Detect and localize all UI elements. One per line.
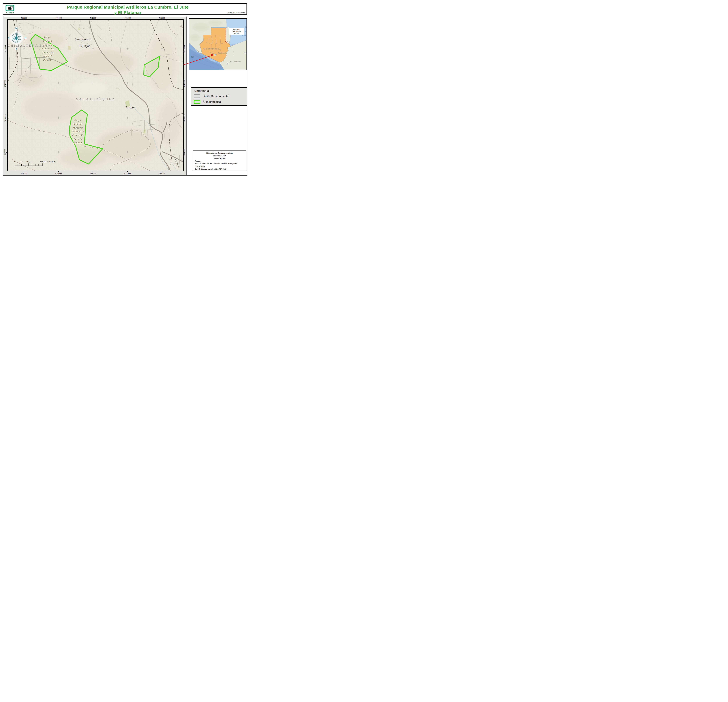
axis-x-472000-b: 472000 — [123, 172, 133, 174]
scale-02: 0.2 — [20, 160, 23, 163]
axis-y-1616000-r: 1616000 — [183, 44, 185, 54]
label-sacatepequez: SACATEPÉQUEZ — [76, 97, 115, 101]
label-san-lorenzo-1: San Lorenzo — [75, 37, 91, 41]
crs-line3: Datum WGS84 — [195, 157, 244, 160]
svg-text:Municipal: Municipal — [73, 126, 83, 129]
document-code: DAGeos-252-2026-BS — [227, 12, 245, 13]
legend: Simbología Límite Departamental Área pro… — [191, 87, 247, 106]
svg-text:Municipal: Municipal — [42, 43, 52, 46]
axis-y-1613000: 1613000 — [4, 148, 6, 158]
inset-gulf-label-2: d — [246, 30, 246, 32]
scale-0: 0 — [14, 160, 16, 163]
territorial-note: Diferendo territorial no resuelto — [229, 28, 244, 35]
inset-san-salvador-label: San Salvador — [230, 61, 241, 63]
axis-y-1616000: 1616000 — [4, 44, 6, 54]
compass-s: S — [16, 47, 17, 50]
crs-line2: Proyección GTM — [195, 154, 244, 157]
crs-line1: Sistema de coordenadas proyectadas — [195, 152, 244, 154]
note-line3: resuelto — [234, 32, 239, 34]
axis-y-1614000: 1614000 — [4, 113, 6, 123]
map-title: Parque Regional Municipal Astilleros La … — [27, 4, 229, 15]
conap-logo-text: CONAP — [5, 12, 15, 14]
source-line2: CONAP 2026 — [195, 165, 244, 167]
scale-unit: Kilómetros — [45, 160, 56, 163]
inset-city-marker — [214, 54, 216, 56]
conap-logo-frame — [6, 5, 14, 11]
inset-country-label: Guatemala — [204, 48, 219, 50]
inset-locator-map: Guatemala Guatemala San Salvador Ho Gu d… — [189, 18, 247, 70]
legend-item-departmental-limit: Límite Departamental — [194, 94, 247, 98]
svg-text:Regional: Regional — [43, 40, 52, 42]
svg-text:Cumbre, El: Cumbre, El — [72, 134, 83, 137]
axis-y-1615000: 1615000 — [4, 78, 6, 89]
axis-x-469000-b: 469000 — [19, 172, 29, 174]
label-san-lorenzo-2: El Tejar — [79, 44, 90, 48]
svg-text:Astilleros La: Astilleros La — [41, 47, 53, 50]
credits-box: Sistema de coordenadas proyectadas Proye… — [193, 150, 246, 170]
header: CONAP Parque Regional Municipal Astiller… — [3, 3, 247, 14]
svg-text:Cumbre, El: Cumbre, El — [42, 51, 53, 54]
map-title-line1: Parque Regional Municipal Astilleros La … — [27, 4, 229, 10]
compass-e: E — [25, 36, 26, 40]
axis-x-470000-b: 470000 — [53, 172, 64, 174]
legend-item-protected-area: Área protegida — [194, 100, 247, 104]
svg-text:Regional: Regional — [73, 123, 82, 125]
conap-logo: CONAP — [5, 5, 15, 14]
scale-041: 0.41 — [26, 160, 31, 163]
label-pastores: Pastores — [126, 106, 136, 109]
note-line2: territorial no — [233, 30, 241, 32]
main-map: CHIMALTENANGO SACATEPÉQUEZ San Lorenzo E… — [7, 19, 183, 171]
main-map-canvas: CHIMALTENANGO SACATEPÉQUEZ San Lorenzo E… — [8, 20, 183, 171]
compass-n: N — [15, 27, 17, 30]
note-line1: Diferendo — [233, 29, 240, 30]
inset-depth-label: 721 — [191, 56, 194, 58]
svg-text:Jute y El: Jute y El — [74, 138, 82, 140]
svg-text:Platanar: Platanar — [74, 141, 82, 144]
scale-082: 0.82Kilómetros — [40, 160, 56, 163]
inset-honduras-label: Ho — [244, 51, 247, 54]
svg-text:Parque: Parque — [74, 119, 81, 122]
svg-text:Platanar: Platanar — [43, 58, 52, 61]
protected-area-swatch — [194, 100, 200, 104]
source-line1: Base de datos de la Dirección Análisis G… — [195, 162, 244, 165]
departmental-limit-swatch — [194, 94, 200, 98]
svg-text:Parque: Parque — [44, 36, 51, 39]
legend-item-label: Límite Departamental — [203, 95, 229, 98]
svg-text:Astilleros La: Astilleros La — [71, 130, 84, 133]
inset-gulf-label-1: Gu — [245, 26, 247, 28]
axis-x-471000-b: 471000 — [88, 172, 98, 174]
map-sheet: CONAP Parque Regional Municipal Astiller… — [0, 0, 248, 176]
inset-san-salvador-marker — [227, 63, 228, 65]
svg-text:Jute y El: Jute y El — [43, 55, 52, 57]
legend-item-label: Área protegida — [203, 100, 221, 104]
map-title-line2: y El Platanar — [27, 10, 229, 15]
axis-y-1613000-r: 1613000 — [183, 148, 185, 158]
compass-w: O — [8, 36, 9, 40]
source-line3: Base de datos cartografía básica IGN 201… — [195, 168, 244, 170]
axis-x-473000-b: 473000 — [157, 172, 167, 174]
inset-canvas: Guatemala Guatemala San Salvador Ho Gu d… — [189, 19, 247, 70]
inset-city-label: Guatemala — [218, 52, 227, 54]
legend-title: Simbología — [194, 89, 247, 92]
axis-y-1615000-r: 1615000 — [183, 78, 185, 89]
source-heading: Fuente: — [195, 160, 244, 162]
monkey-glyph-icon — [6, 6, 13, 10]
axis-y-1614000-r: 1614000 — [183, 113, 185, 123]
